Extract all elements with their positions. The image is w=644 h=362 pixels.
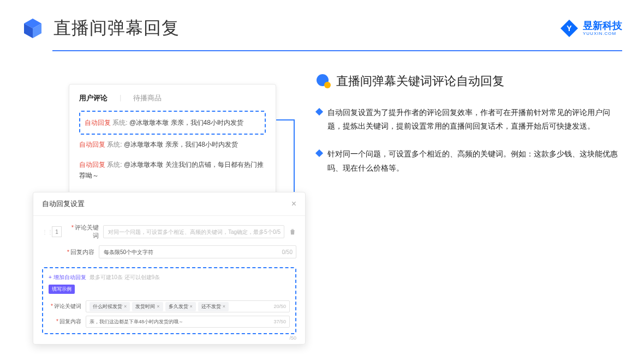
bubble-icon: [317, 74, 331, 88]
extra-count: /50: [289, 335, 296, 341]
tab-user-comments[interactable]: 用户评论: [79, 93, 108, 103]
comment-row: 自动回复 系统: @冰墩墩本墩 关注我们的店铺，每日都有热门推荐呦～: [79, 155, 266, 186]
page-title: 直播间弹幕回复: [53, 16, 180, 40]
example-block: + 增加自动回复最多可建10条 还可以创建9条 填写示例 *评论关键词 什么时候…: [42, 267, 296, 334]
dialog-title: 自动回复设置: [42, 199, 85, 209]
brand-sub: YUUXIN.COM: [583, 31, 622, 36]
comment-row-highlight: 自动回复 系统: @冰墩墩本墩 亲亲，我们48小时内发货: [79, 111, 266, 135]
example-label-kw: *评论关键词: [49, 303, 81, 310]
section-title: 直播间弹幕关键词评论自动回复: [336, 73, 504, 89]
left-illustration: 用户评论 | 待播商品 自动回复 系统: @冰墩墩本墩 亲亲，我们48小时内发货…: [22, 73, 295, 189]
example-content-input[interactable]: 亲，我们这边都是下单48小时内发货的哦～ 37/50: [86, 316, 290, 328]
connector-line: [276, 119, 295, 120]
label-content: *回复内容: [62, 248, 94, 256]
tab-pending-products[interactable]: 待播商品: [133, 93, 162, 103]
content-input[interactable]: 每条限50个中文字符 0/50: [99, 245, 296, 258]
header: 直播间弹幕回复 Y 昱新科技 YUUXIN.COM: [0, 0, 644, 40]
diamond-icon: [315, 149, 323, 157]
brand: Y 昱新科技 YUUXIN.COM: [560, 19, 622, 38]
brand-name: 昱新科技: [583, 21, 622, 32]
comment-row: 自动回复 系统: @冰墩墩本墩 亲亲，我们48小时内发货: [79, 135, 266, 154]
settings-dialog: 自动回复设置 × ⋮⋮ 1 *评论关键词 对同一个问题，可设置多个相近、高频的关…: [33, 192, 306, 345]
row-index: 1: [52, 226, 62, 237]
bullet-item: 自动回复设置为了提升作者的评论回复效率，作者可在开播前针对常见的评论用户问题，提…: [317, 106, 622, 133]
bullet-item: 针对同一个问题，可设置多个相近的、高频的关键词。例如：这款多少钱、这块能优惠吗、…: [317, 147, 622, 174]
brand-logo-icon: Y: [560, 19, 579, 38]
diamond-icon: [315, 108, 323, 116]
tag-chip: 还不发货×: [198, 302, 229, 311]
example-keyword-input[interactable]: 什么时候发货× 发货时间× 多久发货× 还不发货× 20/50: [86, 300, 290, 312]
example-label-ct: *回复内容: [49, 318, 81, 325]
tag-chip: 什么时候发货×: [90, 302, 130, 311]
label-keyword: *评论关键词: [66, 224, 99, 240]
cube-icon: [22, 17, 44, 39]
tag-chip: 发货时间×: [132, 302, 163, 311]
drag-handle-icon[interactable]: ⋮⋮: [42, 229, 47, 235]
svg-text:Y: Y: [567, 24, 572, 33]
right-content: 直播间弹幕关键词评论自动回复 自动回复设置为了提升作者的评论回复效率，作者可在开…: [317, 73, 622, 189]
keyword-input[interactable]: 对同一个问题，可设置多个相近、高频的关键词，Tag确定，最多5个 0/5: [103, 225, 284, 238]
trash-icon[interactable]: [289, 228, 296, 236]
close-icon[interactable]: ×: [291, 199, 296, 209]
example-badge: 填写示例: [49, 285, 75, 294]
comments-card: 用户评论 | 待播商品 自动回复 系统: @冰墩墩本墩 亲亲，我们48小时内发货…: [69, 84, 276, 202]
tag-chip: 多久发货×: [165, 302, 196, 311]
add-auto-reply-link[interactable]: + 增加自动回复最多可建10条 还可以创建9条: [49, 274, 290, 281]
